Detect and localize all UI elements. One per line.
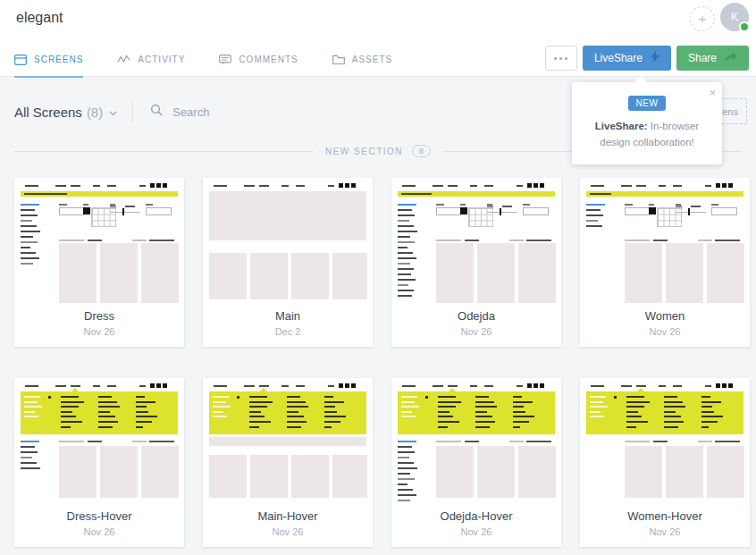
- screen-card[interactable]: Dress Nov 26: [14, 178, 184, 347]
- screen-thumbnail: [14, 378, 184, 503]
- avatar-initial: K: [731, 11, 738, 23]
- screen-name: Dress-Hover: [14, 509, 184, 523]
- screen-card[interactable]: Women-Hover Nov 26: [580, 378, 750, 547]
- tab-activity[interactable]: ACTIVITY: [117, 43, 185, 77]
- screen-card[interactable]: Dress-Hover Nov 26: [14, 378, 184, 547]
- tooltip-text-bold: LiveShare:: [595, 121, 648, 131]
- screen-card[interactable]: Women Nov 26: [580, 178, 750, 347]
- search-icon: [150, 104, 163, 120]
- top-bar: elegant + K: [0, 0, 756, 43]
- tab-label: ACTIVITY: [138, 55, 185, 64]
- tooltip-arrow: [634, 76, 647, 88]
- liveshare-button-label: LiveShare: [594, 52, 643, 64]
- divider-line: [14, 151, 313, 152]
- screen-card[interactable]: Main-Hover Nov 26: [203, 378, 373, 547]
- screens-count: (8): [87, 105, 103, 120]
- screen-thumbnail: [580, 178, 750, 303]
- project-screens-page: elegant + K SCREENSACTIVITYCOMMENTSASSET…: [0, 0, 756, 555]
- screen-date: Nov 26: [203, 526, 373, 537]
- screen-thumbnail: [391, 378, 561, 503]
- avatar[interactable]: K: [720, 3, 749, 31]
- screens-filter-label[interactable]: All Screens: [14, 105, 82, 120]
- comments-icon: [219, 55, 231, 65]
- screen-name: Dress: [14, 309, 184, 323]
- add-screens-button-label: ens: [722, 106, 738, 117]
- screen-thumbnail: [203, 378, 373, 503]
- screens-icon: [14, 55, 27, 65]
- tab-assets[interactable]: ASSETS: [332, 43, 392, 77]
- tab-comments[interactable]: COMMENTS: [219, 43, 298, 77]
- close-icon[interactable]: ×: [709, 86, 716, 99]
- lightning-bolt-icon: [651, 51, 659, 65]
- screens-toolbar: All Screens (8): [14, 100, 281, 123]
- screen-date: Nov 26: [580, 326, 750, 337]
- dot-icon: [559, 57, 562, 60]
- header-actions: LiveShare Share: [545, 46, 749, 71]
- screen-thumbnail: [391, 178, 561, 303]
- screen-name: Odejda: [391, 309, 561, 323]
- toolbar-divider: [132, 101, 133, 122]
- search-input[interactable]: [171, 105, 281, 120]
- assets-icon: [332, 55, 345, 65]
- screen-card[interactable]: Odejda-Hover Nov 26: [391, 378, 561, 547]
- screen-card[interactable]: Odejda Nov 26: [391, 178, 561, 347]
- share-button-label: Share: [688, 52, 717, 64]
- screen-date: Nov 26: [391, 326, 561, 337]
- project-title: elegant: [16, 10, 63, 26]
- share-button[interactable]: Share: [676, 46, 749, 71]
- liveshare-tooltip: × NEW LiveShare: In-browser design colla…: [572, 82, 722, 164]
- dot-icon: [565, 57, 567, 60]
- screens-grid: Dress Nov 26 Main Dec 2 Odejda Nov 26 Wo…: [14, 178, 750, 547]
- screen-date: Nov 26: [391, 526, 561, 537]
- screen-name: Odejda-Hover: [391, 509, 561, 523]
- online-status-dot: [739, 21, 750, 32]
- screen-thumbnail: [580, 378, 750, 503]
- screen-date: Nov 26: [14, 326, 184, 337]
- screen-thumbnail: [14, 178, 184, 303]
- section-label[interactable]: NEW SECTION: [325, 147, 403, 156]
- tab-label: ASSETS: [352, 55, 392, 64]
- chevron-down-icon[interactable]: [109, 104, 117, 120]
- screen-name: Main-Hover: [203, 509, 373, 523]
- more-options-button[interactable]: [545, 46, 577, 71]
- dot-icon: [554, 57, 557, 60]
- screen-date: Nov 26: [14, 526, 184, 537]
- screen-date: Dec 2: [203, 326, 373, 337]
- new-badge: NEW: [628, 96, 667, 111]
- activity-icon: [117, 55, 130, 64]
- liveshare-button[interactable]: LiveShare: [583, 46, 671, 71]
- screen-thumbnail: [203, 178, 373, 303]
- screen-name: Main: [203, 309, 373, 323]
- screen-card[interactable]: Main Dec 2: [203, 178, 373, 347]
- search-box: [150, 104, 281, 120]
- share-arrow-icon: [725, 52, 737, 64]
- tab-screens[interactable]: SCREENS: [14, 43, 83, 77]
- tab-label: COMMENTS: [239, 55, 298, 64]
- screen-date: Nov 26: [580, 526, 750, 537]
- section-count-pill: 8: [412, 145, 431, 157]
- tooltip-text: LiveShare: In-browser design collaborati…: [584, 119, 710, 151]
- tab-label: SCREENS: [34, 55, 83, 64]
- screen-name: Women-Hover: [580, 509, 750, 523]
- screen-name: Women: [580, 309, 750, 323]
- add-member-button[interactable]: +: [690, 6, 715, 31]
